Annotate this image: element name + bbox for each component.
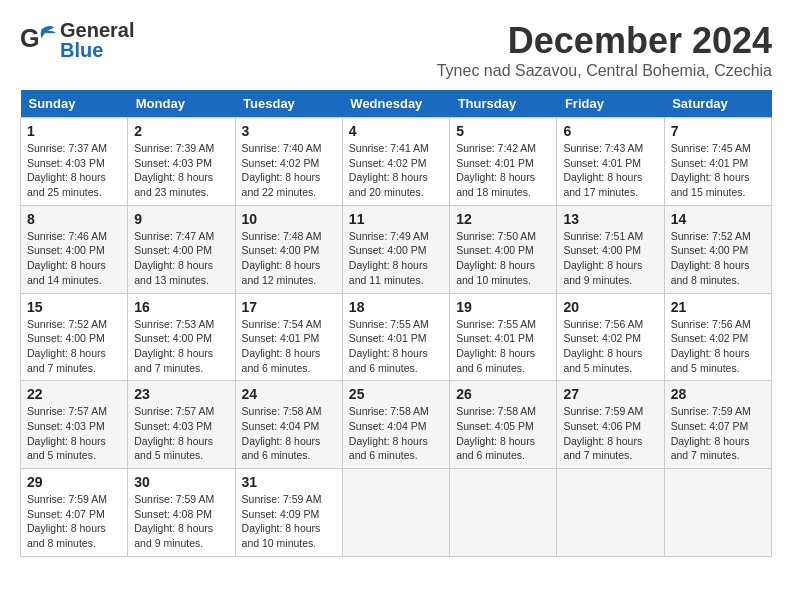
day-number: 26 <box>456 386 550 402</box>
svg-text:G: G <box>20 24 40 52</box>
day-number: 3 <box>242 123 336 139</box>
day-number: 24 <box>242 386 336 402</box>
day-number: 5 <box>456 123 550 139</box>
calendar-week-row: 8Sunrise: 7:46 AMSunset: 4:00 PMDaylight… <box>21 205 772 293</box>
table-row: 6Sunrise: 7:43 AMSunset: 4:01 PMDaylight… <box>557 118 664 206</box>
calendar-week-row: 1Sunrise: 7:37 AMSunset: 4:03 PMDaylight… <box>21 118 772 206</box>
table-row: 15Sunrise: 7:52 AMSunset: 4:00 PMDayligh… <box>21 293 128 381</box>
day-number: 10 <box>242 211 336 227</box>
day-number: 17 <box>242 299 336 315</box>
col-saturday: Saturday <box>664 90 771 118</box>
day-info: Sunrise: 7:46 AMSunset: 4:00 PMDaylight:… <box>27 229 121 288</box>
table-row: 26Sunrise: 7:58 AMSunset: 4:05 PMDayligh… <box>450 381 557 469</box>
table-row: 3Sunrise: 7:40 AMSunset: 4:02 PMDaylight… <box>235 118 342 206</box>
day-number: 21 <box>671 299 765 315</box>
table-row: 9Sunrise: 7:47 AMSunset: 4:00 PMDaylight… <box>128 205 235 293</box>
day-number: 28 <box>671 386 765 402</box>
logo-text: General Blue <box>60 20 134 60</box>
day-info: Sunrise: 7:56 AMSunset: 4:02 PMDaylight:… <box>563 317 657 376</box>
day-info: Sunrise: 7:55 AMSunset: 4:01 PMDaylight:… <box>456 317 550 376</box>
day-info: Sunrise: 7:40 AMSunset: 4:02 PMDaylight:… <box>242 141 336 200</box>
table-row: 16Sunrise: 7:53 AMSunset: 4:00 PMDayligh… <box>128 293 235 381</box>
page-header: G General Blue December 2024 Tynec nad S… <box>20 20 772 80</box>
day-info: Sunrise: 7:48 AMSunset: 4:00 PMDaylight:… <box>242 229 336 288</box>
col-tuesday: Tuesday <box>235 90 342 118</box>
day-info: Sunrise: 7:56 AMSunset: 4:02 PMDaylight:… <box>671 317 765 376</box>
day-info: Sunrise: 7:52 AMSunset: 4:00 PMDaylight:… <box>27 317 121 376</box>
calendar-week-row: 29Sunrise: 7:59 AMSunset: 4:07 PMDayligh… <box>21 469 772 557</box>
day-info: Sunrise: 7:54 AMSunset: 4:01 PMDaylight:… <box>242 317 336 376</box>
day-info: Sunrise: 7:50 AMSunset: 4:00 PMDaylight:… <box>456 229 550 288</box>
table-row: 12Sunrise: 7:50 AMSunset: 4:00 PMDayligh… <box>450 205 557 293</box>
table-row <box>664 469 771 557</box>
table-row: 13Sunrise: 7:51 AMSunset: 4:00 PMDayligh… <box>557 205 664 293</box>
day-info: Sunrise: 7:59 AMSunset: 4:07 PMDaylight:… <box>27 492 121 551</box>
day-number: 18 <box>349 299 443 315</box>
day-number: 13 <box>563 211 657 227</box>
col-wednesday: Wednesday <box>342 90 449 118</box>
col-friday: Friday <box>557 90 664 118</box>
day-number: 4 <box>349 123 443 139</box>
day-number: 2 <box>134 123 228 139</box>
day-number: 9 <box>134 211 228 227</box>
day-info: Sunrise: 7:49 AMSunset: 4:00 PMDaylight:… <box>349 229 443 288</box>
table-row: 4Sunrise: 7:41 AMSunset: 4:02 PMDaylight… <box>342 118 449 206</box>
location-title: Tynec nad Sazavou, Central Bohemia, Czec… <box>437 62 772 80</box>
day-number: 8 <box>27 211 121 227</box>
day-info: Sunrise: 7:59 AMSunset: 4:06 PMDaylight:… <box>563 404 657 463</box>
day-number: 29 <box>27 474 121 490</box>
logo: G General Blue <box>20 20 134 60</box>
day-number: 14 <box>671 211 765 227</box>
day-info: Sunrise: 7:58 AMSunset: 4:04 PMDaylight:… <box>242 404 336 463</box>
day-number: 25 <box>349 386 443 402</box>
table-row: 21Sunrise: 7:56 AMSunset: 4:02 PMDayligh… <box>664 293 771 381</box>
table-row: 5Sunrise: 7:42 AMSunset: 4:01 PMDaylight… <box>450 118 557 206</box>
day-info: Sunrise: 7:37 AMSunset: 4:03 PMDaylight:… <box>27 141 121 200</box>
table-row: 30Sunrise: 7:59 AMSunset: 4:08 PMDayligh… <box>128 469 235 557</box>
table-row: 1Sunrise: 7:37 AMSunset: 4:03 PMDaylight… <box>21 118 128 206</box>
title-block: December 2024 Tynec nad Sazavou, Central… <box>437 20 772 80</box>
calendar-table: Sunday Monday Tuesday Wednesday Thursday… <box>20 90 772 557</box>
table-row: 31Sunrise: 7:59 AMSunset: 4:09 PMDayligh… <box>235 469 342 557</box>
day-number: 12 <box>456 211 550 227</box>
calendar-week-row: 22Sunrise: 7:57 AMSunset: 4:03 PMDayligh… <box>21 381 772 469</box>
day-info: Sunrise: 7:59 AMSunset: 4:07 PMDaylight:… <box>671 404 765 463</box>
calendar-header-row: Sunday Monday Tuesday Wednesday Thursday… <box>21 90 772 118</box>
table-row: 29Sunrise: 7:59 AMSunset: 4:07 PMDayligh… <box>21 469 128 557</box>
table-row <box>450 469 557 557</box>
month-title: December 2024 <box>437 20 772 62</box>
table-row: 24Sunrise: 7:58 AMSunset: 4:04 PMDayligh… <box>235 381 342 469</box>
day-info: Sunrise: 7:41 AMSunset: 4:02 PMDaylight:… <box>349 141 443 200</box>
table-row: 10Sunrise: 7:48 AMSunset: 4:00 PMDayligh… <box>235 205 342 293</box>
day-info: Sunrise: 7:47 AMSunset: 4:00 PMDaylight:… <box>134 229 228 288</box>
day-number: 30 <box>134 474 228 490</box>
day-info: Sunrise: 7:52 AMSunset: 4:00 PMDaylight:… <box>671 229 765 288</box>
table-row: 25Sunrise: 7:58 AMSunset: 4:04 PMDayligh… <box>342 381 449 469</box>
table-row: 18Sunrise: 7:55 AMSunset: 4:01 PMDayligh… <box>342 293 449 381</box>
day-number: 19 <box>456 299 550 315</box>
table-row: 11Sunrise: 7:49 AMSunset: 4:00 PMDayligh… <box>342 205 449 293</box>
day-info: Sunrise: 7:45 AMSunset: 4:01 PMDaylight:… <box>671 141 765 200</box>
table-row: 8Sunrise: 7:46 AMSunset: 4:00 PMDaylight… <box>21 205 128 293</box>
day-info: Sunrise: 7:57 AMSunset: 4:03 PMDaylight:… <box>134 404 228 463</box>
table-row: 27Sunrise: 7:59 AMSunset: 4:06 PMDayligh… <box>557 381 664 469</box>
calendar-week-row: 15Sunrise: 7:52 AMSunset: 4:00 PMDayligh… <box>21 293 772 381</box>
day-number: 20 <box>563 299 657 315</box>
day-number: 31 <box>242 474 336 490</box>
table-row: 2Sunrise: 7:39 AMSunset: 4:03 PMDaylight… <box>128 118 235 206</box>
day-number: 23 <box>134 386 228 402</box>
day-number: 15 <box>27 299 121 315</box>
day-info: Sunrise: 7:58 AMSunset: 4:04 PMDaylight:… <box>349 404 443 463</box>
day-info: Sunrise: 7:57 AMSunset: 4:03 PMDaylight:… <box>27 404 121 463</box>
table-row: 14Sunrise: 7:52 AMSunset: 4:00 PMDayligh… <box>664 205 771 293</box>
day-info: Sunrise: 7:43 AMSunset: 4:01 PMDaylight:… <box>563 141 657 200</box>
table-row: 17Sunrise: 7:54 AMSunset: 4:01 PMDayligh… <box>235 293 342 381</box>
col-sunday: Sunday <box>21 90 128 118</box>
day-info: Sunrise: 7:42 AMSunset: 4:01 PMDaylight:… <box>456 141 550 200</box>
day-number: 22 <box>27 386 121 402</box>
day-number: 6 <box>563 123 657 139</box>
table-row: 23Sunrise: 7:57 AMSunset: 4:03 PMDayligh… <box>128 381 235 469</box>
table-row: 20Sunrise: 7:56 AMSunset: 4:02 PMDayligh… <box>557 293 664 381</box>
table-row: 7Sunrise: 7:45 AMSunset: 4:01 PMDaylight… <box>664 118 771 206</box>
logo-bird-icon: G <box>20 22 56 58</box>
